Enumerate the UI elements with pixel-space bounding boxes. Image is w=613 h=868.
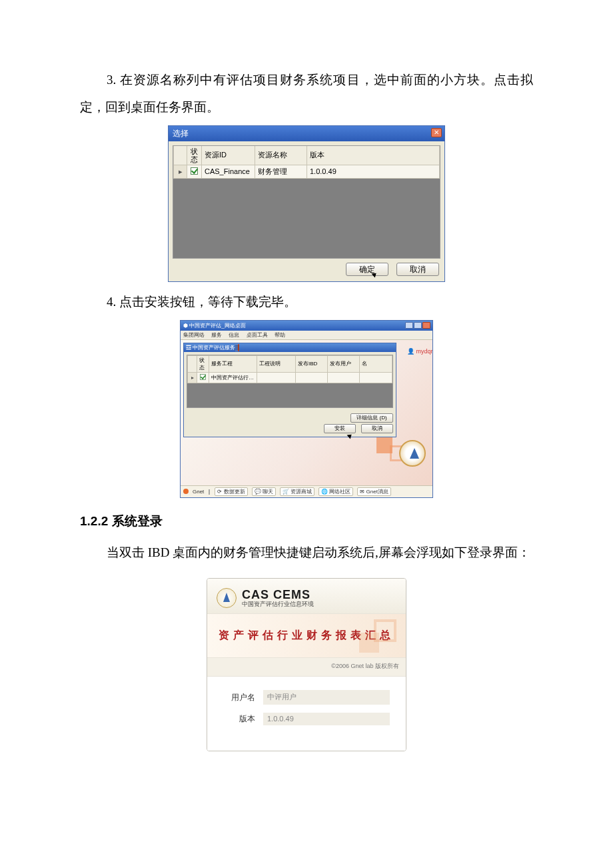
decor-square <box>359 633 379 653</box>
status-item[interactable]: 💬 聊天 <box>252 487 276 496</box>
copyright: ©2006 Gnet lab 版权所有 <box>207 658 406 677</box>
heading-1-2-2: 1.2.2 系统登录 <box>80 513 533 530</box>
cell-resource-id: CAS_Finance <box>202 165 255 178</box>
dialog-title: 选择 ✕ <box>169 126 444 141</box>
login-banner: 资产评估行业财务报表汇总 <box>207 614 406 658</box>
status-item[interactable]: 🌐 网络社区 <box>318 487 353 496</box>
login-panel: CAS CEMS 中国资产评估行业信息环境 资产评估行业财务报表汇总 ©2006… <box>207 578 406 751</box>
menu-item[interactable]: 桌面工具 <box>247 332 268 338</box>
para-3: 3. 在资源名称列中有评估项目财务系统项目，选中前面的小方块。点击拟定，回到桌面… <box>80 67 533 121</box>
status-item[interactable]: ✉ Gnet消息 <box>357 487 391 496</box>
divider-icon: ‖ <box>208 489 211 495</box>
brand-title: CAS CEMS <box>242 589 314 602</box>
table-row[interactable]: ▸ 中国资产评估行… <box>188 372 392 383</box>
cell-version: 1.0.0.49 <box>307 165 440 178</box>
services-subwindow: ☲ 中国资产评估服务 状态 服务工程 工程说明 发布IBD 发布用户 <box>183 343 396 437</box>
menu-item[interactable]: 集团网络 <box>183 332 205 338</box>
col-name: 名 <box>360 355 392 372</box>
close-icon[interactable] <box>238 344 239 351</box>
para-4: 4. 点击安装按钮，等待下载完毕。 <box>80 289 533 316</box>
maximize-icon[interactable] <box>414 322 422 329</box>
cell-resource-name: 财务管理 <box>255 165 307 178</box>
cancel-button[interactable]: 取消 <box>396 263 439 276</box>
user-indicator: 👤 mydqnye <box>407 348 432 355</box>
cancel-button[interactable]: 取消 <box>361 424 393 433</box>
app-titlebar: ⬢ 中国资产评估_网络桌面 <box>181 321 432 331</box>
status-brand: Gnet <box>193 489 204 495</box>
row-checkbox[interactable] <box>191 167 198 175</box>
col-version: 版本 <box>307 146 440 165</box>
para-login-intro: 当双击 IBD 桌面内的财务管理快捷键启动系统后,屏幕会浮现如下登录界面： <box>80 539 533 567</box>
select-dialog: 选择 ✕ 状态 资源ID 资源名称 版本 ▸ CAS_Finance 财务管理 … <box>168 125 445 282</box>
col-service: 服务工程 <box>209 355 257 372</box>
close-icon[interactable] <box>422 322 430 329</box>
status-item[interactable]: 🛒 资源商城 <box>280 487 314 496</box>
col-publish-ibd: 发布IBD <box>296 355 328 372</box>
appraisal-logo-icon <box>399 440 426 467</box>
version-label: 版本 <box>223 713 255 725</box>
row-checkbox[interactable] <box>200 374 206 380</box>
resource-grid: 状态 资源ID 资源名称 版本 ▸ CAS_Finance 财务管理 1.0.0… <box>173 145 440 259</box>
status-item[interactable]: ⟳ 数据更新 <box>215 487 247 496</box>
cell-service-name: 中国资产评估行… <box>209 372 257 383</box>
col-row-selector <box>188 355 197 372</box>
col-resource-id: 资源ID <box>202 146 255 165</box>
cursor-icon <box>347 432 354 439</box>
detail-button[interactable]: 详细信息 (D) <box>350 413 393 423</box>
col-publish-user: 发布用户 <box>328 355 360 372</box>
brand-subtitle: 中国资产评估行业信息环境 <box>242 601 314 608</box>
app-menu-bar: 集团网络 服务 信息 桌面工具 帮助 <box>181 331 432 340</box>
desktop-app-window: ⬢ 中国资产评估_网络桌面 集团网络 服务 信息 桌面工具 帮助 👤 mydqn… <box>180 320 433 498</box>
ok-button[interactable]: 确定 <box>346 263 388 276</box>
username-label: 用户名 <box>223 692 255 703</box>
menu-item[interactable]: 帮助 <box>275 332 285 338</box>
col-row-selector <box>174 146 187 165</box>
close-icon[interactable]: ✕ <box>431 128 442 137</box>
services-grid: 状态 服务工程 工程说明 发布IBD 发布用户 名 ▸ 中国资产评估行… <box>187 355 393 408</box>
col-state: 状态 <box>197 355 209 372</box>
status-bar: Gnet ‖ ⟳ 数据更新 💬 聊天 🛒 资源商城 🌐 网络社区 ✉ Gnet消… <box>181 485 432 497</box>
menu-item[interactable]: 信息 <box>229 332 239 338</box>
username-field[interactable]: 中评用户 <box>263 690 390 705</box>
col-resource-name: 资源名称 <box>255 146 307 165</box>
cas-logo-icon <box>217 588 237 608</box>
col-state: 状态 <box>187 146 202 165</box>
menu-item[interactable]: 服务 <box>211 332 222 338</box>
col-desc: 工程说明 <box>257 355 296 372</box>
row-selector-icon: ▸ <box>174 165 187 178</box>
app-icon: ⬢ <box>183 323 189 329</box>
minimize-icon[interactable] <box>405 322 413 329</box>
install-button[interactable]: 安装 <box>324 424 356 433</box>
table-row[interactable]: ▸ CAS_Finance 财务管理 1.0.0.49 <box>174 165 440 178</box>
sub-titlebar: ☲ 中国资产评估服务 <box>184 343 396 352</box>
status-dot-icon <box>183 489 189 494</box>
version-field: 1.0.0.49 <box>263 713 390 725</box>
